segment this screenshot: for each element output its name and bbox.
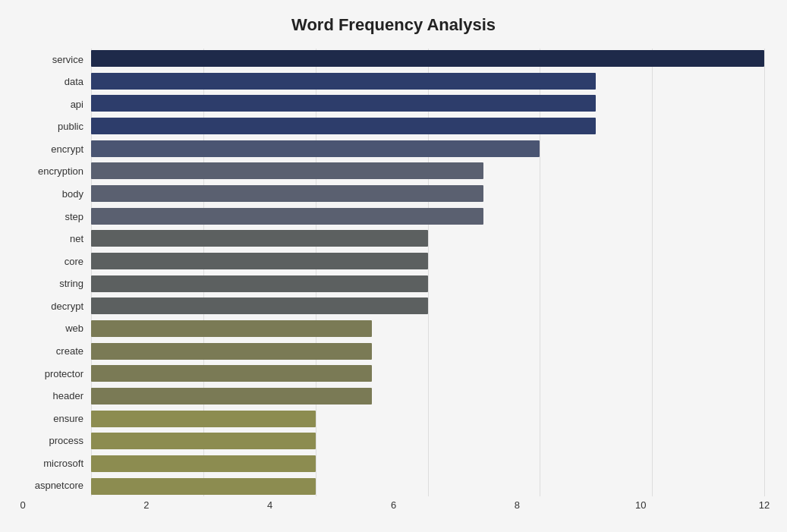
bar: [91, 433, 316, 449]
x-tick: 2: [143, 499, 149, 511]
bar: [91, 365, 372, 382]
bar-row: [91, 319, 764, 338]
bar: [91, 343, 372, 360]
chart-area: servicedataapipublicencryptencryptionbod…: [23, 49, 764, 496]
y-label: microsoft: [43, 452, 83, 474]
bar-row: [91, 206, 764, 226]
bar: [91, 162, 483, 179]
bar: [91, 297, 428, 314]
bar-row: [91, 184, 764, 203]
y-label: net: [70, 228, 83, 250]
y-label: encrypt: [51, 138, 83, 159]
bar: [91, 95, 596, 112]
y-label: ensure: [53, 408, 83, 429]
bar-row: [91, 386, 764, 406]
bar: [91, 230, 428, 247]
x-tick: 12: [759, 499, 770, 511]
y-label: encryption: [38, 161, 83, 182]
x-tick: 4: [267, 499, 272, 511]
bar: [91, 140, 540, 157]
bar-row: [91, 431, 764, 451]
grid-line: [764, 49, 765, 496]
bar: [91, 118, 596, 134]
bar-row: [91, 139, 764, 159]
x-tick: 8: [515, 499, 520, 511]
x-tick: 6: [391, 499, 396, 511]
bar: [91, 455, 316, 472]
x-axis-ticks: 024681012: [23, 499, 764, 518]
y-label: web: [65, 318, 83, 339]
x-tick: 0: [20, 499, 25, 511]
bar-row: [91, 364, 764, 383]
chart-title: Word Frequency Analysis: [23, 15, 764, 35]
y-axis: servicedataapipublicencryptencryptionbod…: [23, 49, 91, 496]
bar-row: [91, 454, 764, 474]
bar-row: [91, 274, 764, 294]
bar: [91, 73, 596, 90]
bar-row: [91, 161, 764, 181]
bar: [91, 208, 483, 225]
y-label: decrypt: [51, 295, 83, 316]
y-label: protector: [45, 363, 83, 384]
bar-row: [91, 251, 764, 271]
bar: [91, 320, 372, 337]
y-label: step: [65, 206, 83, 227]
bar-row: [91, 228, 764, 248]
bar: [91, 275, 428, 292]
y-label: create: [56, 341, 83, 362]
y-label: header: [53, 386, 83, 407]
y-label: string: [59, 273, 83, 294]
y-label: core: [65, 250, 83, 272]
bar: [91, 411, 316, 427]
bar: [91, 50, 764, 67]
y-label: service: [52, 49, 83, 70]
bar-row: [91, 49, 764, 68]
bar-row: [91, 342, 764, 361]
y-label: data: [65, 71, 83, 93]
bar-row: [91, 116, 764, 136]
chart-container: Word Frequency Analysis servicedataapipu…: [0, 0, 787, 532]
bar: [91, 388, 372, 405]
y-label: body: [62, 183, 83, 204]
x-tick: 10: [635, 499, 646, 511]
bar: [91, 253, 428, 269]
bar: [91, 478, 316, 495]
bar-row: [91, 71, 764, 91]
bar-row: [91, 477, 764, 496]
bars-area: [91, 49, 764, 496]
bar-row: [91, 296, 764, 316]
y-label: public: [58, 116, 83, 137]
y-label: aspnetcore: [35, 475, 83, 496]
y-label: api: [71, 93, 83, 115]
bar: [91, 185, 483, 202]
bar-row: [91, 409, 764, 429]
y-label: process: [49, 430, 83, 452]
bar-row: [91, 93, 764, 113]
